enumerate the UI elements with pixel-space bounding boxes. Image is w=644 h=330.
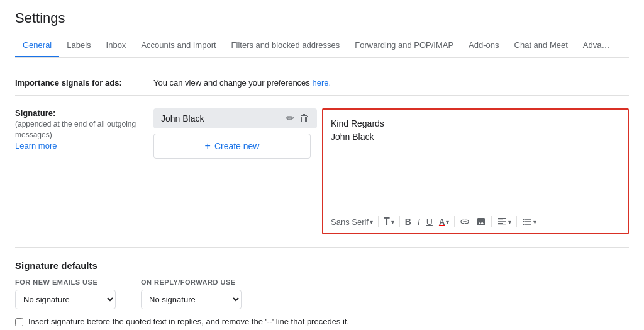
align-icon [497, 217, 507, 227]
editor-line-2: John Black [331, 130, 620, 144]
image-button[interactable] [474, 215, 489, 229]
plus-icon: + [205, 140, 211, 152]
signature-defaults-section: Signature defaults FOR NEW EMAILS USE No… [15, 248, 629, 330]
toolbar-sep-3 [454, 216, 455, 227]
reply-forward-col: ON REPLY/FORWARD USE No signature John B… [141, 278, 242, 309]
font-family-dropdown[interactable]: Sans Serif ▾ [328, 215, 375, 229]
delete-icon[interactable]: 🗑 [299, 113, 309, 123]
signature-item-icons: ✏ 🗑 [286, 113, 309, 123]
tab-advanced[interactable]: Adva… [575, 34, 618, 58]
signature-row: Signature: (appended at the end of all o… [15, 96, 629, 248]
bold-button[interactable]: B [402, 215, 414, 229]
list-caret: ▾ [533, 219, 536, 225]
reply-forward-label: ON REPLY/FORWARD USE [141, 278, 242, 286]
editor-toolbar: Sans Serif ▾ T ▾ B [323, 210, 628, 233]
tab-filters[interactable]: Filters and blocked addresses [224, 34, 348, 58]
italic-icon: I [418, 217, 420, 227]
importance-signals-value: You can view and change your preferences… [153, 78, 629, 88]
reply-forward-select[interactable]: No signature John Black [141, 290, 242, 309]
importance-signals-link[interactable]: here. [312, 78, 331, 88]
tab-inbox[interactable]: Inbox [99, 34, 134, 58]
signature-item-john-black[interactable]: John Black ✏ 🗑 [153, 108, 317, 128]
signature-learn-more[interactable]: Learn more [15, 141, 57, 151]
align-caret: ▾ [508, 219, 511, 225]
list-dropdown[interactable]: ▾ [519, 215, 539, 229]
bold-icon: B [405, 217, 411, 227]
new-emails-col: FOR NEW EMAILS USE No signature John Bla… [15, 278, 116, 309]
underline-button[interactable]: U [424, 215, 435, 229]
settings-tabs: General Labels Inbox Accounts and Import… [15, 34, 629, 58]
toolbar-sep-4 [491, 216, 492, 227]
toolbar-sep-2 [399, 216, 400, 227]
font-family-caret: ▾ [370, 219, 373, 225]
signature-editor-content[interactable]: Kind Regards John Black [323, 110, 628, 210]
insert-signature-row: Insert signature before the quoted text … [15, 317, 629, 326]
importance-signals-text: You can view and change your preferences [153, 78, 312, 88]
tab-accounts-import[interactable]: Accounts and Import [133, 34, 223, 58]
font-color-dropdown[interactable]: A ▾ [436, 215, 452, 229]
signature-label-col: Signature: (appended at the end of all o… [15, 108, 153, 234]
create-new-label: Create new [214, 141, 260, 151]
new-emails-select[interactable]: No signature John Black [15, 290, 116, 309]
font-size-icon: T [384, 216, 390, 227]
new-emails-label: FOR NEW EMAILS USE [15, 278, 116, 286]
font-size-dropdown[interactable]: T ▾ [381, 214, 397, 229]
list-icon [522, 217, 532, 227]
signature-label: Signature: [15, 108, 141, 118]
italic-button[interactable]: I [415, 215, 423, 229]
tab-addons[interactable]: Add-ons [461, 34, 506, 58]
edit-icon[interactable]: ✏ [286, 113, 294, 123]
signature-sublabel: (appended at the end of all outgoing mes… [15, 119, 141, 140]
insert-signature-checkbox[interactable] [15, 318, 23, 326]
create-new-button[interactable]: + Create new [153, 134, 311, 159]
link-button[interactable] [457, 215, 472, 229]
importance-signals-row: Importance signals for ads: You can view… [15, 71, 629, 96]
signature-editor-box: Kind Regards John Black Sans Serif ▾ T [322, 108, 629, 234]
tab-chat-meet[interactable]: Chat and Meet [507, 34, 575, 58]
font-color-icon: A [439, 217, 445, 227]
settings-content: Importance signals for ads: You can view… [15, 58, 629, 330]
underline-icon: U [426, 217, 433, 227]
settings-page: Settings General Labels Inbox Accounts a… [0, 0, 644, 330]
toolbar-sep-5 [516, 216, 517, 227]
font-color-caret: ▾ [446, 219, 449, 225]
insert-signature-label: Insert signature before the quoted text … [28, 317, 349, 326]
align-dropdown[interactable]: ▾ [494, 215, 514, 229]
font-size-caret: ▾ [391, 219, 394, 225]
editor-line-1: Kind Regards [331, 117, 620, 130]
signature-list-col: John Black ✏ 🗑 + Create new [153, 108, 317, 234]
font-family-label: Sans Serif [331, 217, 369, 227]
signature-defaults-row: FOR NEW EMAILS USE No signature John Bla… [15, 278, 629, 309]
signature-defaults-title: Signature defaults [15, 260, 629, 271]
tab-labels[interactable]: Labels [59, 34, 98, 58]
link-icon [460, 217, 470, 227]
image-icon [476, 217, 486, 227]
tab-general[interactable]: General [15, 34, 59, 58]
signature-editor-col: Kind Regards John Black Sans Serif ▾ T [322, 108, 629, 234]
importance-signals-label: Importance signals for ads: [15, 78, 153, 88]
toolbar-sep-1 [378, 216, 379, 227]
tab-forwarding[interactable]: Forwarding and POP/IMAP [347, 34, 461, 58]
page-title: Settings [15, 10, 629, 26]
signature-item-name: John Black [161, 113, 286, 123]
